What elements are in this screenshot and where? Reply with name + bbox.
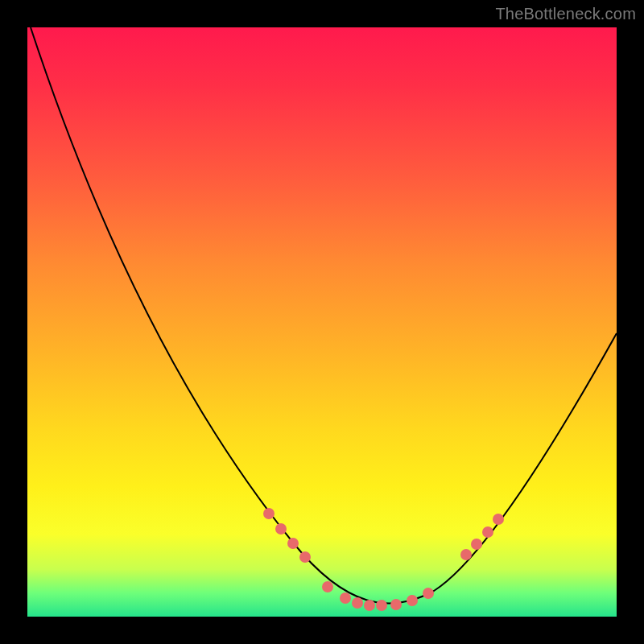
data-point [322, 581, 333, 592]
watermark-text: TheBottleneck.com [495, 5, 636, 23]
data-point [352, 597, 363, 609]
data-point [460, 549, 472, 560]
data-point [299, 551, 311, 563]
plot-area [27, 27, 617, 617]
marker-group [263, 508, 504, 611]
data-point [263, 508, 275, 519]
data-point [390, 599, 402, 610]
data-point [340, 592, 351, 604]
bottleneck-curve [31, 27, 617, 604]
data-point [376, 600, 387, 611]
data-point [407, 595, 418, 606]
data-point [287, 538, 299, 549]
plot-svg [27, 27, 617, 617]
data-point [364, 600, 375, 611]
chart-stage: TheBottleneck.com [0, 0, 644, 644]
data-point [471, 539, 482, 550]
data-point [275, 523, 287, 535]
data-point [493, 514, 504, 525]
data-point [482, 526, 493, 538]
data-point [423, 588, 434, 599]
